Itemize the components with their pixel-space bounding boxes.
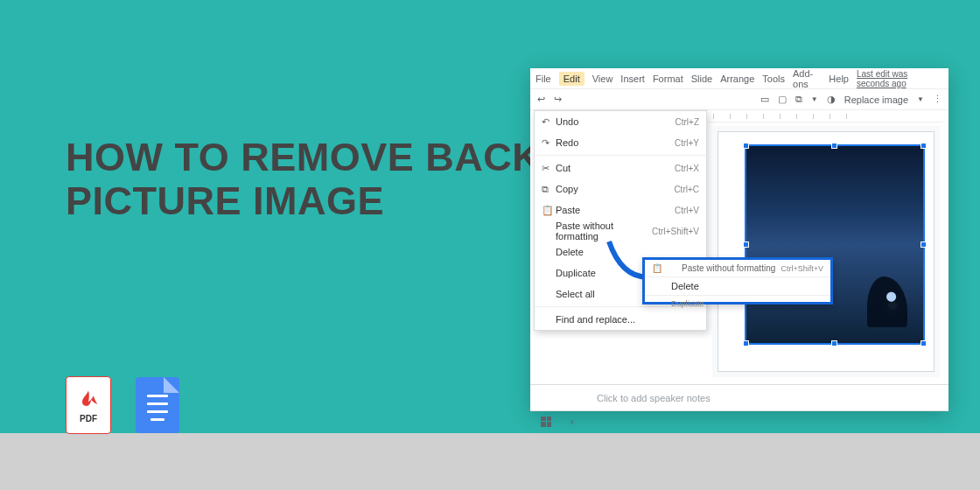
menu-insert[interactable]: Insert [620, 74, 645, 84]
menu-tools[interactable]: Tools [762, 74, 785, 84]
menu-edit[interactable]: Edit [559, 72, 584, 86]
menubar: File Edit View Insert Format Slide Arran… [530, 68, 948, 89]
doc-line-icon [147, 402, 168, 405]
speaker-notes[interactable]: Click to add speaker notes [530, 384, 948, 410]
menu-item-copy[interactable]: ⧉CopyCtrl+C [535, 178, 706, 200]
menu-file[interactable]: File [536, 74, 551, 84]
editor-content: ↶UndoCtrl+Z ↷RedoCtrl+Y ✂CutCtrl+X ⧉Copy… [530, 110, 948, 384]
selected-image[interactable] [745, 144, 925, 345]
menu-arrange[interactable]: Arrange [720, 74, 754, 84]
slides-screenshot: File Edit View Insert Format Slide Arran… [530, 68, 948, 410]
toolbar-btn[interactable]: ▢ [778, 94, 787, 105]
resize-handle[interactable] [920, 340, 927, 346]
image-content [888, 301, 897, 310]
replace-image-button[interactable]: Replace image [844, 94, 908, 105]
resize-handle[interactable] [743, 242, 749, 248]
hero-banner: HOW TO REMOVE BACKGROUND FROM PICTURE IM… [0, 0, 980, 433]
callout-box: 📋Paste without formattingCtrl+Shift+V De… [642, 257, 833, 304]
menu-item-find-replace[interactable]: Find and replace... [535, 309, 706, 330]
doc-line-icon [147, 410, 168, 413]
resize-handle[interactable] [743, 340, 749, 346]
menu-item-cut[interactable]: ✂CutCtrl+X [535, 158, 706, 178]
callout-row-bot: Duplicate [645, 295, 830, 312]
caret-icon: ▼ [811, 95, 818, 103]
last-edit-link[interactable]: Last edit was seconds ago [857, 69, 943, 88]
toolbar-btn[interactable]: ▭ [760, 94, 769, 105]
doc-line-icon [147, 395, 168, 397]
page-fold-icon [164, 377, 179, 393]
callout-row-delete: Delete [645, 277, 830, 295]
menu-item-undo[interactable]: ↶UndoCtrl+Z [535, 111, 706, 132]
adobe-pdf-icon [76, 388, 101, 412]
resize-handle[interactable] [743, 143, 749, 149]
callout-row-top: 📋Paste without formattingCtrl+Shift+V [645, 260, 830, 277]
doc-line-icon [150, 418, 164, 421]
crop-icon[interactable]: ⧉ [795, 94, 802, 105]
menu-addons[interactable]: Add-ons [793, 68, 821, 89]
resize-handle[interactable] [920, 242, 927, 248]
menu-item-redo[interactable]: ↷RedoCtrl+Y [535, 132, 706, 153]
slide [718, 131, 934, 372]
more-icon[interactable]: ⋮ [933, 94, 942, 105]
bottom-bar: ‹ [530, 410, 948, 431]
menu-view[interactable]: View [592, 74, 613, 84]
menu-slide[interactable]: Slide [691, 74, 712, 84]
resize-handle[interactable] [920, 143, 927, 149]
caret-icon: ▼ [917, 95, 924, 103]
menu-help[interactable]: Help [829, 74, 849, 84]
menu-format[interactable]: Format [653, 74, 683, 84]
resize-handle[interactable] [831, 143, 837, 149]
menu-item-paste[interactable]: 📋PasteCtrl+V [535, 200, 706, 220]
google-docs-icon[interactable] [136, 377, 179, 433]
format-icons: PDF [66, 376, 179, 434]
footer-strip [0, 433, 980, 490]
pdf-label: PDF [80, 414, 97, 424]
mask-icon[interactable]: ◑ [827, 94, 836, 105]
prev-icon[interactable]: ‹ [570, 416, 574, 428]
toolbar-btn[interactable]: ↩ [537, 94, 545, 105]
pdf-icon[interactable]: PDF [66, 376, 111, 434]
speaker-notes-placeholder: Click to add speaker notes [597, 393, 710, 403]
toolbar: ↩ ↪ ▭ ▢ ⧉ ▼ ◑ Replace image ▼ ⋮ [530, 89, 948, 110]
grid-view-icon[interactable] [541, 416, 551, 427]
toolbar-btn[interactable]: ↪ [554, 94, 562, 105]
resize-handle[interactable] [831, 340, 837, 346]
slide-canvas[interactable] [712, 126, 940, 377]
ruler [705, 110, 943, 122]
